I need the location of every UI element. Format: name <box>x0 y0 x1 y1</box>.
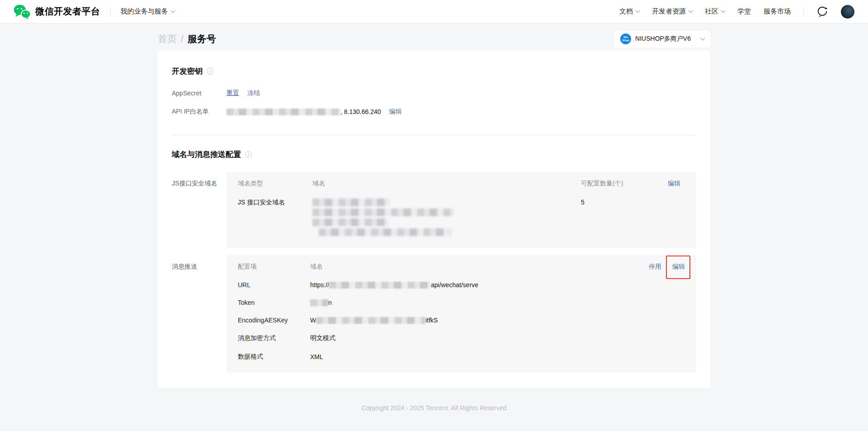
push-row-aeskey: EncodingAESKey W itfkS <box>238 317 685 324</box>
nav-developer-resources-label: 开发者资源 <box>652 7 686 16</box>
push-row-encrypt-mode: 消息加密方式 明文模式 <box>238 334 685 342</box>
message-push-actions: 停用 编辑 <box>649 263 685 271</box>
chevron-down-icon <box>701 36 705 41</box>
nav-service-market-label: 服务市场 <box>764 7 791 16</box>
chevron-down-icon <box>170 8 175 13</box>
account-switcher[interactable]: Niu Shop NIUSHOP多商户V6 <box>614 31 710 47</box>
breadcrumb-row: 首页 / 服务号 Niu Shop NIUSHOP多商户V6 <box>158 24 710 48</box>
appsecret-freeze-button[interactable]: 冻结 <box>247 89 260 97</box>
brand[interactable]: 微信开发者平台 <box>14 4 100 19</box>
push-row-data-format: 数据格式 XML <box>238 353 685 361</box>
nav-community[interactable]: 社区 <box>705 7 725 16</box>
push-edit-button[interactable]: 编辑 <box>672 263 685 270</box>
aeskey-value: W itfkS <box>310 317 685 324</box>
js-domain-type-value: JS 接口安全域名 <box>238 199 312 207</box>
niushop-logo: Niu Shop <box>620 33 631 44</box>
main-card: 开发密钥 i AppSecret 重置 冻结 API IP白名单 , 8.130… <box>158 51 710 388</box>
aeskey-label: EncodingAESKey <box>238 317 310 324</box>
nav-academy-label: 学堂 <box>737 7 751 16</box>
topbar-divider <box>803 7 804 17</box>
js-domain-config-row: JS接口安全域名 域名类型 域名 可配置数量(个) 编辑 JS 接口安全域名 5 <box>172 172 696 248</box>
encrypt-mode-label: 消息加密方式 <box>238 334 310 342</box>
push-disable-button[interactable]: 停用 <box>649 263 661 271</box>
breadcrumb-home[interactable]: 首页 <box>158 33 177 45</box>
ip-visible-text: , 8.130.66.240 <box>340 108 381 115</box>
aeskey-prefix: W <box>310 317 316 324</box>
push-row-token: Token n <box>238 299 685 306</box>
ip-whitelist-edit-button[interactable]: 编辑 <box>389 108 402 116</box>
token-value: n <box>310 299 685 306</box>
url-label: URL <box>238 281 310 289</box>
js-header-type: 域名类型 <box>238 180 312 188</box>
url-suffix: api/wechat/serve <box>431 281 478 289</box>
push-row-url: URL https:// api/wechat/serve <box>238 281 685 289</box>
token-label: Token <box>238 299 310 306</box>
domain-push-title-text: 域名与消息推送配置 <box>172 149 241 160</box>
nav-docs-label: 文档 <box>619 7 633 16</box>
domain-push-section-title: 域名与消息推送配置 i <box>172 149 696 160</box>
token-suffix: n <box>328 299 332 306</box>
js-header-domain: 域名 <box>312 180 581 188</box>
js-domain-body-row: JS 接口安全域名 5 <box>238 199 685 236</box>
js-domain-header: 域名类型 域名 可配置数量(个) 编辑 <box>238 180 685 188</box>
push-header-domain: 域名 <box>310 263 685 271</box>
dev-secret-section-title: 开发密钥 i <box>172 66 696 76</box>
chevron-down-icon <box>636 8 640 13</box>
nav-my-business-label: 我的业务与服务 <box>121 7 168 16</box>
js-header-quota: 可配置数量(个) <box>581 180 668 188</box>
chevron-down-icon <box>689 8 693 13</box>
encrypt-mode-value: 明文模式 <box>310 334 685 342</box>
message-push-header: 配置项 域名 <box>238 263 685 271</box>
js-domain-panel: 域名类型 域名 可配置数量(个) 编辑 JS 接口安全域名 5 <box>226 172 696 248</box>
platform-title: 微信开发者平台 <box>35 5 100 18</box>
user-avatar[interactable] <box>841 5 854 19</box>
redacted-domains-block <box>312 199 581 236</box>
copyright-footer: Copyright 2024 - 2025 Tencent. All Right… <box>158 404 710 412</box>
ip-whitelist-row: API IP白名单 , 8.130.66.240 编辑 <box>172 108 696 116</box>
push-edit-wrap: 编辑 <box>672 263 685 271</box>
js-domain-edit-button[interactable]: 编辑 <box>668 180 685 188</box>
nav-service-market[interactable]: 服务市场 <box>764 7 791 16</box>
ip-whitelist-value: , 8.130.66.240 <box>226 108 381 115</box>
info-icon[interactable]: i <box>207 68 213 75</box>
breadcrumb-separator: / <box>181 33 184 44</box>
redacted-url-block <box>329 282 431 289</box>
aeskey-suffix: itfkS <box>425 317 438 324</box>
nav-academy[interactable]: 学堂 <box>737 7 751 16</box>
message-push-config-row: 消息推送 配置项 域名 停用 编辑 URL https:// <box>172 255 696 373</box>
topbar-right-nav: 文档 开发者资源 社区 学堂 服务市场 <box>619 5 854 19</box>
breadcrumb: 首页 / 服务号 <box>158 33 216 45</box>
data-format-label: 数据格式 <box>238 353 310 361</box>
appsecret-reset-button[interactable]: 重置 <box>226 89 239 97</box>
push-header-config: 配置项 <box>238 263 310 271</box>
account-switcher-label: NIUSHOP多商户V6 <box>635 35 691 43</box>
data-format-value: XML <box>310 353 685 360</box>
niushop-logo-text-top: Niu <box>623 36 628 39</box>
feedback-button[interactable] <box>816 6 828 18</box>
message-push-row-label: 消息推送 <box>172 255 226 271</box>
redacted-token-block <box>310 299 328 306</box>
chevron-down-icon <box>721 8 726 13</box>
url-value: https:// api/wechat/serve <box>310 281 685 289</box>
topbar-divider <box>110 7 111 17</box>
message-refresh-icon <box>816 6 828 18</box>
nav-my-business[interactable]: 我的业务与服务 <box>121 7 175 16</box>
appsecret-row: AppSecret 重置 冻结 <box>172 89 696 97</box>
nav-developer-resources[interactable]: 开发者资源 <box>652 7 692 16</box>
message-push-panel: 配置项 域名 停用 编辑 URL https:// api/wechat/s <box>226 255 696 373</box>
nav-community-label: 社区 <box>705 7 718 16</box>
info-icon[interactable]: i <box>245 151 252 158</box>
redacted-ip-block <box>226 109 340 115</box>
niushop-logo-text-bottom: Shop <box>623 39 629 42</box>
url-prefix: https:// <box>310 281 329 289</box>
topbar: 微信开发者平台 我的业务与服务 文档 开发者资源 社区 学堂 服务市场 <box>0 0 868 24</box>
appsecret-label: AppSecret <box>172 90 226 97</box>
wechat-logo-icon <box>14 4 31 19</box>
dev-secret-title-text: 开发密钥 <box>172 66 203 76</box>
page-title: 服务号 <box>188 33 216 45</box>
nav-docs[interactable]: 文档 <box>619 7 639 16</box>
js-domain-row-label: JS接口安全域名 <box>172 172 226 188</box>
redacted-aeskey-block <box>316 317 425 324</box>
js-domain-quota-value: 5 <box>581 199 668 206</box>
ip-whitelist-label: API IP白名单 <box>172 108 226 116</box>
